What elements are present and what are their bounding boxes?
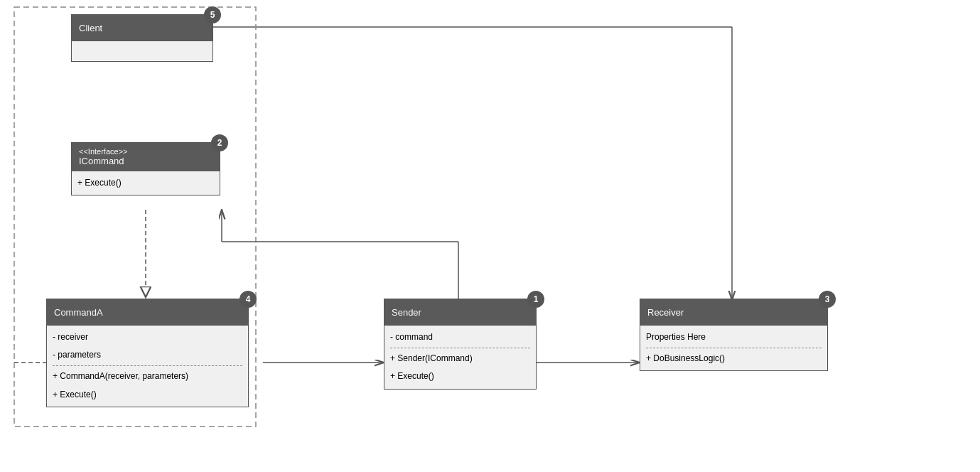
icommand-method-execute: + Execute() xyxy=(77,174,214,192)
uml-class-header-receiver: Receiver 3 xyxy=(640,299,827,325)
uml-class-icommand: <<Interface>> ICommand 2 + Execute() xyxy=(71,142,220,195)
receiver-method-dobusiness: + DoBusinessLogic() xyxy=(646,350,822,368)
uml-class-header-icommand: <<Interface>> ICommand 2 xyxy=(72,143,220,171)
uml-class-body-receiver: Properties Here + DoBusinessLogic() xyxy=(640,325,827,370)
uml-class-body-icommand: + Execute() xyxy=(72,171,220,195)
uml-class-header-sender: Sender 1 xyxy=(384,299,536,325)
sender-method-execute: + Execute() xyxy=(390,368,530,385)
receiver-prop-properties: Properties Here xyxy=(646,328,822,346)
sender-prop-command: - command xyxy=(390,328,530,346)
class-name-client: Client xyxy=(79,23,102,33)
sender-method-constructor: + Sender(ICommand) xyxy=(390,350,530,368)
class-name-sender: Sender xyxy=(392,307,421,318)
uml-class-sender: Sender 1 - command + Sender(ICommand) + … xyxy=(384,299,537,390)
badge-sender: 1 xyxy=(527,291,544,308)
badge-client: 5 xyxy=(204,6,221,23)
diagram-canvas: Client 5 <<Interface>> ICommand 2 + Exec… xyxy=(0,0,980,472)
uml-class-commanda: CommandA 4 - receiver - parameters + Com… xyxy=(46,299,249,407)
class-name-commanda: CommandA xyxy=(54,307,103,318)
uml-class-header-commanda: CommandA 4 xyxy=(47,299,248,325)
uml-class-body-client xyxy=(72,41,212,61)
class-name-icommand: <<Interface>> ICommand xyxy=(79,147,128,166)
commanda-prop-receiver: - receiver xyxy=(53,328,242,346)
badge-icommand: 2 xyxy=(211,134,228,151)
commanda-method-execute: + Execute() xyxy=(53,386,242,404)
class-name-receiver: Receiver xyxy=(647,307,684,318)
badge-receiver: 3 xyxy=(819,291,836,308)
uml-class-client: Client 5 xyxy=(71,14,213,62)
badge-commanda: 4 xyxy=(239,291,257,308)
commanda-prop-parameters: - parameters xyxy=(53,346,242,364)
uml-class-body-commanda: - receiver - parameters + CommandA(recei… xyxy=(47,325,248,407)
uml-class-header-client: Client 5 xyxy=(72,15,212,41)
uml-class-body-sender: - command + Sender(ICommand) + Execute() xyxy=(384,325,536,389)
commanda-method-constructor: + CommandA(receiver, parameters) xyxy=(53,368,242,385)
uml-class-receiver: Receiver 3 Properties Here + DoBusinessL… xyxy=(640,299,828,371)
